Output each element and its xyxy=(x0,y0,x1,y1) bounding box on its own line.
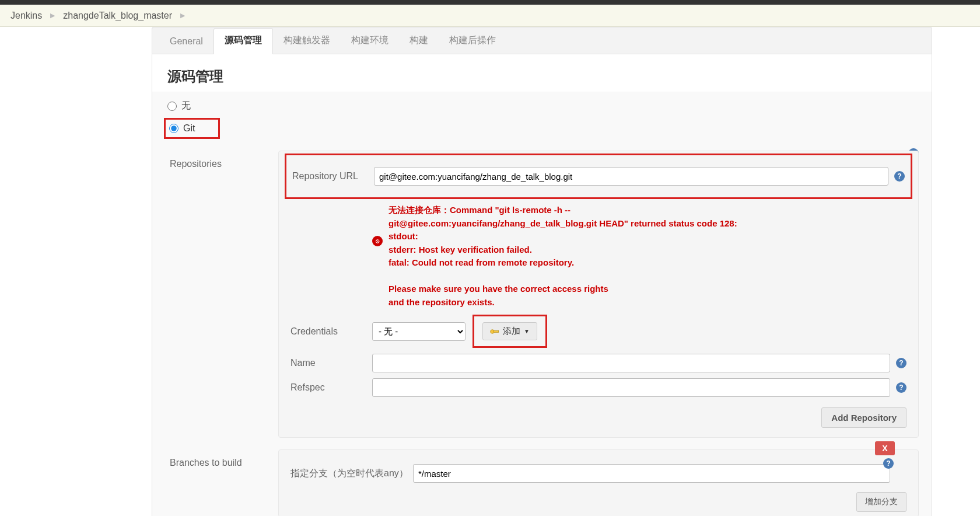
repository-url-input[interactable] xyxy=(374,167,888,186)
help-icon[interactable]: ? xyxy=(883,458,894,469)
radio-git-label: Git xyxy=(183,123,195,134)
breadcrumb: Jenkins ▶ zhangdeTalk_blog_master ▶ xyxy=(0,5,980,27)
label-refspec: Refspec xyxy=(290,382,372,393)
caret-down-icon: ▼ xyxy=(524,328,530,334)
tab-scm[interactable]: 源码管理 xyxy=(214,28,273,54)
label-branch-spec: 指定分支（为空时代表any） xyxy=(290,468,413,480)
add-credentials-button[interactable]: 添加 ▼ xyxy=(482,322,537,340)
tab-general[interactable]: General xyxy=(159,30,214,54)
highlight-box-git: Git xyxy=(164,118,220,139)
label-repositories: Repositories xyxy=(152,159,278,169)
svg-rect-1 xyxy=(494,330,499,332)
window-chrome-top xyxy=(0,0,980,5)
help-icon[interactable]: ? xyxy=(894,171,905,182)
error-text: 无法连接仓库：Command "git ls-remote -h -- git@… xyxy=(388,204,737,309)
error-icon: ⦸ xyxy=(372,236,383,246)
tab-build[interactable]: 构建 xyxy=(399,29,439,54)
label-branches: Branches to build xyxy=(152,458,278,468)
radio-none[interactable] xyxy=(167,102,177,111)
delete-branch-button[interactable]: X xyxy=(875,441,895,455)
refspec-input[interactable] xyxy=(372,378,890,397)
label-name: Name xyxy=(290,358,372,368)
branches-block: X ? 指定分支（为空时代表any） 增加分支 xyxy=(278,449,919,516)
breadcrumb-job[interactable]: zhangdeTalk_blog_master xyxy=(63,11,172,21)
branch-spec-input[interactable] xyxy=(413,464,890,483)
chevron-right-icon: ▶ xyxy=(50,12,55,19)
highlight-box-repo-url: Repository URL ? xyxy=(285,154,912,199)
chevron-right-icon: ▶ xyxy=(180,12,185,19)
tab-env[interactable]: 构建环境 xyxy=(341,29,399,54)
radio-git[interactable] xyxy=(169,124,178,133)
repo-name-input[interactable] xyxy=(372,354,890,372)
key-icon xyxy=(490,329,499,334)
error-message-row: ⦸ 无法连接仓库：Command "git ls-remote -h -- gi… xyxy=(372,204,907,309)
section-heading-scm: 源码管理 xyxy=(152,54,932,92)
repository-block: Repository URL ? ⦸ 无法连接仓库：Command "git l… xyxy=(278,151,919,438)
label-credentials: Credentials xyxy=(290,326,372,337)
tab-post[interactable]: 构建后操作 xyxy=(439,29,506,54)
add-repository-button[interactable]: Add Repository xyxy=(821,407,907,428)
help-icon[interactable]: ? xyxy=(896,358,907,368)
help-icon[interactable]: ? xyxy=(896,382,907,393)
scm-option-none[interactable]: 无 xyxy=(164,96,920,116)
tab-triggers[interactable]: 构建触发器 xyxy=(273,29,341,54)
add-credentials-label: 添加 xyxy=(503,326,520,337)
highlight-box-add-credentials: 添加 ▼ xyxy=(473,315,547,348)
credentials-select[interactable]: - 无 - xyxy=(372,322,466,341)
label-repository-url: Repository URL xyxy=(292,171,374,182)
scm-options: 无 Git xyxy=(152,93,932,151)
config-panel: 源码管理 无 Git Repositories xyxy=(152,54,932,516)
add-branch-button[interactable]: 增加分支 xyxy=(856,492,907,512)
breadcrumb-root[interactable]: Jenkins xyxy=(10,11,42,21)
scm-option-git[interactable]: Git xyxy=(169,123,195,134)
radio-none-label: 无 xyxy=(181,100,191,112)
config-tabs: General 源码管理 构建触发器 构建环境 构建 构建后操作 xyxy=(152,27,932,54)
svg-point-0 xyxy=(491,329,495,333)
